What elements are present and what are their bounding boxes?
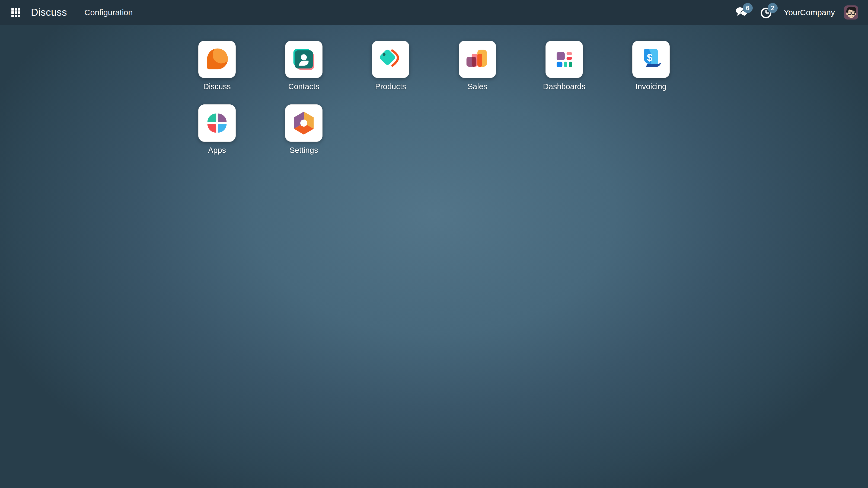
invoicing-app-icon: $ bbox=[632, 41, 670, 78]
menu-configuration[interactable]: Configuration bbox=[83, 5, 134, 20]
activities-badge: 2 bbox=[768, 3, 778, 13]
app-label: Dashboards bbox=[543, 82, 585, 91]
apps-menu-button[interactable] bbox=[8, 5, 23, 20]
app-label: Settings bbox=[290, 146, 318, 155]
systray: 6 2 YourCompany bbox=[734, 5, 858, 20]
app-dashboards[interactable]: Dashboards bbox=[521, 41, 608, 104]
app-invoicing[interactable]: $ Invoicing bbox=[608, 41, 694, 104]
sales-app-icon bbox=[459, 41, 496, 78]
contacts-app-icon bbox=[285, 41, 322, 78]
settings-app-icon bbox=[285, 104, 322, 142]
messages-badge: 6 bbox=[743, 3, 753, 13]
svg-text:$: $ bbox=[647, 52, 652, 63]
app-contacts[interactable]: Contacts bbox=[260, 41, 347, 104]
company-name[interactable]: YourCompany bbox=[784, 8, 835, 17]
app-discuss[interactable]: Discuss bbox=[174, 41, 260, 104]
app-label: Apps bbox=[208, 146, 226, 155]
topbar: Discuss Configuration 6 2 YourCompany bbox=[0, 0, 868, 25]
app-drawer: Discuss Contacts Products bbox=[174, 41, 694, 168]
app-sales[interactable]: Sales bbox=[434, 41, 521, 104]
current-app-title[interactable]: Discuss bbox=[31, 7, 67, 18]
apps-app-icon bbox=[198, 104, 236, 142]
products-app-icon bbox=[372, 41, 409, 78]
messages-button[interactable]: 6 bbox=[734, 5, 749, 20]
dashboards-app-icon bbox=[546, 41, 583, 78]
app-apps[interactable]: Apps bbox=[174, 104, 260, 168]
app-label: Sales bbox=[468, 82, 488, 91]
app-products[interactable]: Products bbox=[347, 41, 434, 104]
app-label: Contacts bbox=[288, 82, 319, 91]
discuss-app-icon bbox=[198, 41, 236, 78]
user-avatar-image bbox=[844, 5, 858, 20]
app-label: Products bbox=[375, 82, 406, 91]
grid-icon bbox=[11, 8, 20, 17]
app-label: Discuss bbox=[203, 82, 231, 91]
activities-button[interactable]: 2 bbox=[759, 5, 774, 20]
app-menubar: Configuration bbox=[67, 8, 134, 17]
app-settings[interactable]: Settings bbox=[260, 104, 347, 168]
user-avatar[interactable] bbox=[844, 5, 858, 20]
app-label: Invoicing bbox=[636, 82, 666, 91]
